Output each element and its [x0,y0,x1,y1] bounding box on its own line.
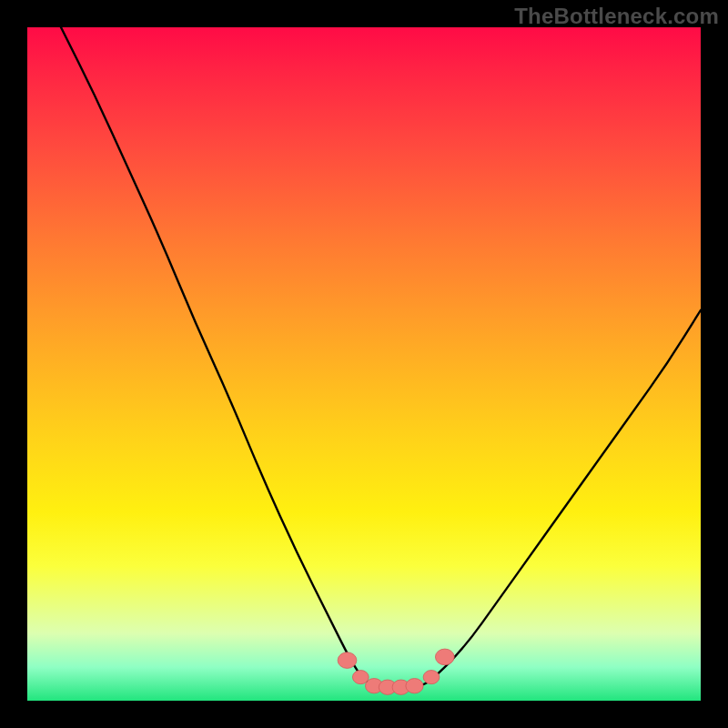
curve-marker [338,652,357,669]
curve-svg [27,27,701,701]
bottleneck-curve [27,27,701,687]
curve-marker [406,679,423,693]
watermark-text: TheBottleneck.com [514,4,719,29]
curve-markers [338,649,454,694]
curve-marker [435,649,454,665]
chart-frame: TheBottleneck.com [0,0,728,728]
plot-area [27,27,701,701]
curve-marker [423,671,440,684]
